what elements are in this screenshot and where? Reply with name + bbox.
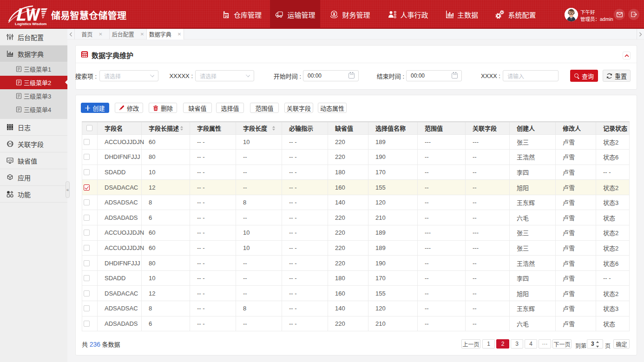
svg-text:Logistics Wisdom: Logistics Wisdom [15, 22, 46, 26]
